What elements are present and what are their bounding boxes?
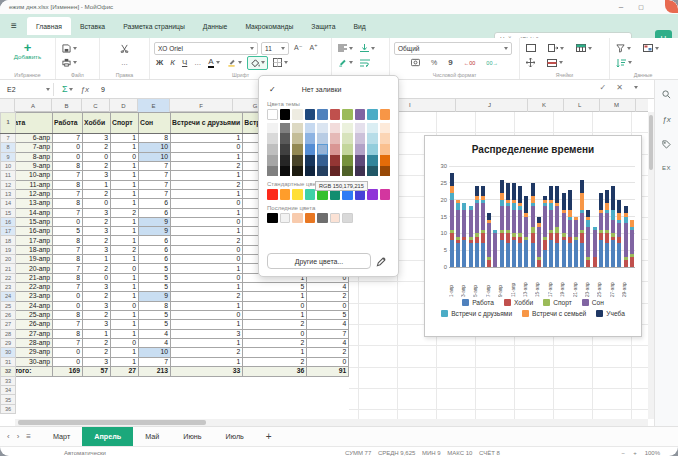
tint-color-swatch[interactable] bbox=[317, 144, 328, 155]
value-cell[interactable]: 7 bbox=[53, 283, 83, 292]
value-cell[interactable]: 8 bbox=[53, 180, 83, 189]
column-header-D[interactable]: D bbox=[110, 99, 138, 112]
grow-font-button[interactable]: A⁺ bbox=[307, 43, 319, 53]
value-cell[interactable]: 0 bbox=[307, 357, 349, 366]
value-cell[interactable]: 1 bbox=[171, 320, 243, 329]
value-cell[interactable]: 1 bbox=[111, 283, 139, 292]
value-cell[interactable]: 8 bbox=[53, 255, 83, 264]
value-cell[interactable]: 1 bbox=[111, 227, 139, 236]
tint-color-swatch[interactable] bbox=[317, 123, 328, 134]
value-cell[interactable]: 2 bbox=[243, 338, 307, 347]
minimize-button[interactable]: – bbox=[616, 2, 626, 12]
tint-color-swatch[interactable] bbox=[367, 144, 378, 155]
tint-color-swatch[interactable] bbox=[342, 155, 353, 166]
value-cell[interactable]: 4 bbox=[307, 283, 349, 292]
value-cell[interactable]: 2 bbox=[83, 236, 111, 245]
standard-color-swatch[interactable] bbox=[330, 189, 341, 200]
value-cell[interactable]: 0 bbox=[171, 310, 243, 319]
theme-color-swatch[interactable] bbox=[292, 109, 303, 120]
row-number[interactable]: 13 bbox=[1, 189, 16, 198]
standard-color-swatch[interactable] bbox=[280, 189, 291, 200]
tint-color-swatch[interactable] bbox=[292, 166, 303, 177]
insert-table-button[interactable] bbox=[574, 43, 594, 53]
value-cell[interactable]: 6 bbox=[139, 255, 171, 264]
comma-format-button[interactable]: 9 bbox=[446, 57, 454, 68]
date-cell[interactable]: 12-апр bbox=[16, 189, 53, 198]
date-cell[interactable]: 19-апр bbox=[16, 255, 53, 264]
close-button[interactable] bbox=[665, 0, 678, 13]
recent-color-swatch[interactable] bbox=[280, 213, 291, 224]
date-cell[interactable]: 29-апр bbox=[16, 348, 53, 357]
autosum-button[interactable]: Σ bbox=[62, 84, 73, 94]
value-cell[interactable]: 1 bbox=[243, 310, 307, 319]
tint-color-swatch[interactable] bbox=[380, 144, 391, 155]
decrease-decimal-button[interactable]: ←00 bbox=[462, 59, 478, 67]
column-header-M[interactable]: M bbox=[614, 99, 619, 112]
add-sheet-button[interactable]: + bbox=[266, 431, 272, 442]
macros-icon[interactable]: ЕХ bbox=[662, 165, 671, 171]
print-button[interactable] bbox=[60, 57, 79, 68]
value-cell[interactable]: 1 bbox=[243, 348, 307, 357]
tint-color-swatch[interactable] bbox=[367, 123, 378, 134]
standard-color-swatch[interactable] bbox=[267, 189, 278, 200]
value-cell[interactable]: 0 bbox=[111, 301, 139, 310]
row-number[interactable]: 19 bbox=[1, 245, 16, 254]
value-cell[interactable]: 2 bbox=[243, 320, 307, 329]
font-size-select[interactable]: 11 bbox=[261, 42, 289, 55]
date-cell[interactable]: 21-апр bbox=[16, 273, 53, 282]
format-painter-button[interactable] bbox=[336, 57, 355, 68]
tint-color-swatch[interactable] bbox=[380, 166, 391, 177]
tint-color-swatch[interactable] bbox=[355, 144, 366, 155]
header-cell[interactable]: Сон bbox=[139, 113, 171, 134]
standard-color-swatch[interactable] bbox=[305, 189, 316, 200]
tint-color-swatch[interactable] bbox=[355, 166, 366, 177]
tint-color-swatch[interactable] bbox=[280, 166, 291, 177]
recent-color-swatch[interactable] bbox=[317, 213, 328, 224]
value-cell[interactable]: 1 bbox=[111, 199, 139, 208]
sheet-tab-5[interactable]: Июль bbox=[214, 427, 256, 447]
value-cell[interactable]: 1 bbox=[111, 255, 139, 264]
tint-color-swatch[interactable] bbox=[342, 123, 353, 134]
recent-color-swatch[interactable] bbox=[292, 213, 303, 224]
tint-color-swatch[interactable] bbox=[305, 144, 316, 155]
sort-button[interactable] bbox=[614, 58, 634, 68]
date-cell[interactable]: 6-апр bbox=[16, 134, 53, 143]
date-cell[interactable]: 10-апр bbox=[16, 171, 53, 180]
value-cell[interactable]: 2 bbox=[171, 180, 243, 189]
corner-cell[interactable] bbox=[0, 99, 15, 112]
empty-cells[interactable] bbox=[16, 395, 349, 404]
value-cell[interactable]: 0 bbox=[171, 143, 243, 152]
menu-tab-3[interactable]: Разметка страницы bbox=[114, 17, 194, 35]
tint-color-swatch[interactable] bbox=[330, 123, 341, 134]
value-cell[interactable]: 1 bbox=[111, 180, 139, 189]
value-cell[interactable]: 0 bbox=[83, 199, 111, 208]
tint-color-swatch[interactable] bbox=[292, 144, 303, 155]
tint-color-swatch[interactable] bbox=[380, 155, 391, 166]
value-cell[interactable]: 10 bbox=[139, 348, 171, 357]
cut-button[interactable] bbox=[118, 43, 131, 54]
font-name-select[interactable]: XO Oriel bbox=[154, 42, 258, 55]
value-cell[interactable]: 5 bbox=[139, 320, 171, 329]
value-cell[interactable]: 2 bbox=[111, 208, 139, 217]
value-cell[interactable]: 1 bbox=[171, 134, 243, 143]
functions-icon[interactable]: ƒx bbox=[662, 115, 670, 124]
tint-color-swatch[interactable] bbox=[367, 166, 378, 177]
font-color-button[interactable]: А bbox=[206, 57, 221, 69]
column-header-A[interactable]: A bbox=[15, 99, 52, 112]
merge-cells-button[interactable] bbox=[524, 43, 538, 53]
value-cell[interactable]: 1 bbox=[111, 348, 139, 357]
value-cell[interactable]: 1 bbox=[171, 338, 243, 347]
value-cell[interactable]: 9 bbox=[139, 217, 171, 226]
resize-button[interactable] bbox=[524, 57, 537, 68]
column-header-B[interactable]: B bbox=[52, 99, 82, 112]
recent-color-swatch[interactable] bbox=[305, 213, 316, 224]
theme-color-swatch[interactable] bbox=[280, 109, 291, 120]
date-cell[interactable]: 28-апр bbox=[16, 338, 53, 347]
value-cell[interactable]: 4 bbox=[307, 338, 349, 347]
row-number[interactable]: 24 bbox=[1, 292, 16, 301]
date-cell[interactable]: 13-апр bbox=[16, 199, 53, 208]
search-icon[interactable] bbox=[662, 90, 671, 99]
theme-color-swatch[interactable] bbox=[380, 109, 391, 120]
value-cell[interactable]: 8 bbox=[139, 134, 171, 143]
value-cell[interactable]: 1 bbox=[243, 292, 307, 301]
